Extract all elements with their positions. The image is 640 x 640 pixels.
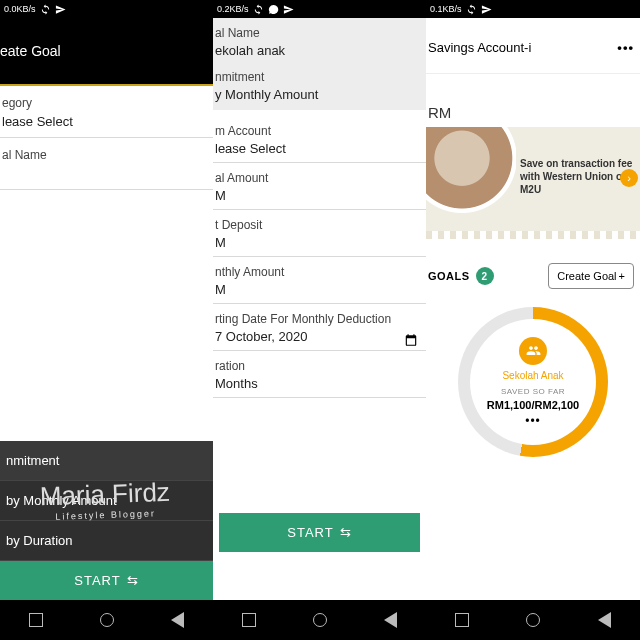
nav-home[interactable]: [88, 611, 126, 629]
start-date-value: 7 October, 2020: [213, 329, 308, 350]
first-deposit-input[interactable]: M: [213, 235, 426, 257]
from-account-label: m Account: [213, 110, 426, 141]
goals-tab[interactable]: GOALS 2: [428, 267, 494, 285]
goals-label: GOALS: [428, 270, 470, 282]
promo-image: [426, 127, 516, 231]
first-deposit-label: t Deposit: [213, 210, 426, 235]
monthly-amount-input[interactable]: M: [213, 282, 426, 304]
goal-more-icon[interactable]: •••: [525, 414, 541, 428]
category-select[interactable]: lease Select: [0, 114, 213, 138]
page-title-bar: eate Goal: [0, 18, 213, 86]
promo-border: [426, 231, 640, 239]
swap-icon: ⇆: [340, 525, 352, 540]
android-nav-bar: [426, 600, 640, 640]
goal-name: Sekolah Anak: [502, 370, 563, 381]
nav-back[interactable]: [585, 611, 623, 629]
page-title: eate Goal: [0, 43, 61, 59]
goal-amount-label: al Amount: [213, 163, 426, 188]
sync-icon: [253, 4, 264, 15]
people-icon: [519, 337, 547, 365]
nav-recent[interactable]: [17, 611, 55, 629]
promo-banner[interactable]: Save on transaction fee with Western Uni…: [426, 127, 640, 231]
status-bar: 0.2KB/s: [213, 0, 426, 18]
create-goal-button[interactable]: Create Goal +: [548, 263, 634, 289]
screen-create-goal-form: 0.2KB/s al Name ekolah anak nmitment y M…: [213, 0, 426, 640]
goal-name-label: al Name: [0, 138, 213, 166]
nav-recent[interactable]: [443, 611, 481, 629]
category-label: egory: [0, 86, 213, 114]
start-date-picker[interactable]: 7 October, 2020: [213, 329, 426, 351]
network-speed: 0.2KB/s: [217, 4, 249, 14]
goal-name-value[interactable]: ekolah anak: [213, 43, 426, 66]
sync-icon: [466, 4, 477, 15]
whatsapp-icon: [268, 4, 279, 15]
balance-currency: RM: [426, 74, 640, 127]
saved-label: SAVED SO FAR: [501, 387, 565, 396]
goal-progress-ring[interactable]: Sekolah Anak SAVED SO FAR RM1,100/RM2,10…: [458, 307, 608, 457]
commitment-label: nmitment: [213, 66, 426, 87]
goal-amount-input[interactable]: M: [213, 188, 426, 210]
swap-icon: ⇆: [127, 573, 139, 588]
from-account-select[interactable]: lease Select: [213, 141, 426, 163]
status-bar: 0.1KB/s: [426, 0, 640, 18]
plus-icon: +: [619, 270, 625, 282]
android-nav-bar: [0, 600, 213, 640]
send-icon: [55, 4, 66, 15]
nav-home[interactable]: [514, 611, 552, 629]
account-row[interactable]: Savings Account-i •••: [426, 18, 640, 74]
goal-name-input[interactable]: [0, 166, 213, 190]
start-button[interactable]: START ⇆: [0, 561, 213, 600]
screen-account-goals: 0.1KB/s Savings Account-i ••• RM Save on…: [426, 0, 640, 640]
sync-icon: [40, 4, 51, 15]
more-icon[interactable]: •••: [617, 40, 634, 55]
duration-label: ration: [213, 351, 426, 376]
nav-home[interactable]: [301, 611, 339, 629]
commitment-value[interactable]: y Monthly Amount: [213, 87, 426, 110]
saved-amount: RM1,100/RM2,100: [487, 399, 579, 411]
promo-next-icon[interactable]: ›: [620, 169, 638, 187]
goal-name-label: al Name: [213, 22, 426, 43]
nav-recent[interactable]: [230, 611, 268, 629]
send-icon: [283, 4, 294, 15]
option-duration[interactable]: by Duration: [0, 521, 213, 561]
sheet-header: nmitment: [0, 441, 213, 481]
start-label: START: [74, 573, 120, 588]
goals-count-badge: 2: [476, 267, 494, 285]
start-label: START: [287, 525, 333, 540]
screen-create-goal-commitment: 0.0KB/s eate Goal egory lease Select al …: [0, 0, 213, 640]
nav-back[interactable]: [372, 611, 410, 629]
calendar-icon: [404, 333, 418, 347]
start-button[interactable]: START ⇆: [219, 513, 420, 552]
duration-value: Months: [213, 376, 426, 398]
commitment-bottom-sheet: nmitment by Monthly Amount by Duration S…: [0, 441, 213, 600]
account-name: Savings Account-i: [428, 40, 531, 55]
status-bar: 0.0KB/s: [0, 0, 213, 18]
start-date-label: rting Date For Monthly Deduction: [213, 304, 426, 329]
send-icon: [481, 4, 492, 15]
network-speed: 0.0KB/s: [4, 4, 36, 14]
android-nav-bar: [213, 600, 426, 640]
nav-back[interactable]: [159, 611, 197, 629]
create-goal-label: Create Goal: [557, 270, 616, 282]
option-monthly-amount[interactable]: by Monthly Amount: [0, 481, 213, 521]
network-speed: 0.1KB/s: [430, 4, 462, 14]
monthly-amount-label: nthly Amount: [213, 257, 426, 282]
